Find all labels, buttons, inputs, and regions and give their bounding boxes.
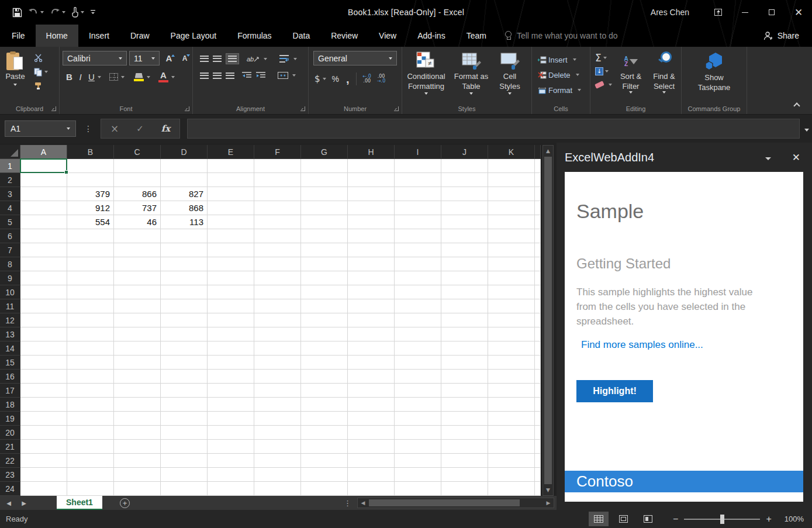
- cell-J24[interactable]: [441, 482, 488, 496]
- column-header-H[interactable]: H: [348, 145, 395, 159]
- orientation-button[interactable]: ab: [247, 56, 260, 63]
- cell-partial-13[interactable]: [535, 327, 541, 341]
- cell-G1[interactable]: [301, 159, 348, 173]
- cell-H20[interactable]: [348, 426, 395, 440]
- row-header-10[interactable]: 10: [0, 285, 20, 299]
- cell-D19[interactable]: [161, 412, 208, 426]
- accounting-format-button[interactable]: $: [315, 74, 320, 84]
- cell-C11[interactable]: [114, 299, 161, 313]
- cell-C20[interactable]: [114, 426, 161, 440]
- cell-G4[interactable]: [301, 201, 348, 215]
- cell-K20[interactable]: [488, 426, 535, 440]
- column-header-E[interactable]: E: [208, 145, 254, 159]
- select-all-corner[interactable]: [0, 145, 20, 159]
- save-icon[interactable]: [11, 6, 24, 19]
- row-header-24[interactable]: 24: [0, 482, 20, 496]
- maximize-button[interactable]: [758, 0, 785, 25]
- font-color-button[interactable]: A: [158, 71, 168, 82]
- accounting-format-dropdown[interactable]: [323, 78, 326, 80]
- cell-K9[interactable]: [488, 271, 535, 285]
- cell-A15[interactable]: [20, 356, 67, 370]
- row-header-8[interactable]: 8: [0, 257, 20, 271]
- cell-J7[interactable]: [441, 243, 488, 257]
- row-header-4[interactable]: 4: [0, 201, 20, 215]
- cell-J8[interactable]: [441, 257, 488, 271]
- cell-I3[interactable]: [395, 187, 441, 201]
- cell-C14[interactable]: [114, 341, 161, 356]
- cell-E7[interactable]: [208, 243, 254, 257]
- tab-formulas[interactable]: Formulas: [227, 25, 282, 47]
- underline-button[interactable]: U: [87, 72, 96, 82]
- horizontal-scrollbar[interactable]: ◀ ▶: [357, 498, 554, 508]
- cell-H18[interactable]: [348, 398, 395, 412]
- cell-G12[interactable]: [301, 313, 348, 327]
- cell-H22[interactable]: [348, 454, 395, 468]
- column-header-J[interactable]: J: [441, 145, 488, 159]
- cell-partial-3[interactable]: [535, 187, 541, 201]
- insert-cells-button[interactable]: Insert: [538, 54, 590, 65]
- format-painter-button[interactable]: [34, 80, 48, 92]
- cell-J19[interactable]: [441, 412, 488, 426]
- row-header-9[interactable]: 9: [0, 271, 20, 285]
- cell-G20[interactable]: [301, 426, 348, 440]
- cell-A8[interactable]: [20, 257, 67, 271]
- cell-C23[interactable]: [114, 468, 161, 482]
- cell-A4[interactable]: [20, 201, 67, 215]
- cell-E9[interactable]: [208, 271, 254, 285]
- cell-K2[interactable]: [488, 173, 535, 187]
- copy-button[interactable]: [34, 66, 48, 78]
- cell-I11[interactable]: [395, 299, 441, 313]
- merge-center-dropdown[interactable]: [292, 74, 296, 77]
- cell-I21[interactable]: [395, 440, 441, 454]
- cell-B9[interactable]: [67, 271, 114, 285]
- cell-H7[interactable]: [348, 243, 395, 257]
- row-header-11[interactable]: 11: [0, 299, 20, 313]
- cell-B17[interactable]: [67, 384, 114, 398]
- cell-E1[interactable]: [208, 159, 254, 173]
- cell-K5[interactable]: [488, 215, 535, 229]
- cell-E10[interactable]: [208, 285, 254, 299]
- cell-C24[interactable]: [114, 482, 161, 496]
- cell-G16[interactable]: [301, 370, 348, 384]
- cell-D16[interactable]: [161, 370, 208, 384]
- cell-partial-6[interactable]: [535, 229, 541, 243]
- cell-J13[interactable]: [441, 327, 488, 341]
- cell-D8[interactable]: [161, 257, 208, 271]
- cell-A23[interactable]: [20, 468, 67, 482]
- zoom-in-button[interactable]: +: [760, 514, 777, 524]
- cut-button[interactable]: [34, 52, 48, 64]
- cell-D22[interactable]: [161, 454, 208, 468]
- redo-button[interactable]: [48, 7, 67, 18]
- cell-K17[interactable]: [488, 384, 535, 398]
- autosum-button[interactable]: Σ: [595, 52, 612, 64]
- row-header-18[interactable]: 18: [0, 398, 20, 412]
- close-button[interactable]: ✕: [785, 0, 812, 25]
- cell-F16[interactable]: [254, 370, 301, 384]
- cell-D5[interactable]: 113: [161, 215, 208, 229]
- cell-A11[interactable]: [20, 299, 67, 313]
- cell-B14[interactable]: [67, 341, 114, 356]
- cell-C6[interactable]: [114, 229, 161, 243]
- cell-J23[interactable]: [441, 468, 488, 482]
- customize-qat-button[interactable]: [88, 8, 98, 17]
- zoom-out-button[interactable]: −: [667, 514, 684, 524]
- cell-J14[interactable]: [441, 341, 488, 356]
- cell-F8[interactable]: [254, 257, 301, 271]
- user-name[interactable]: Ares Chen: [651, 8, 689, 17]
- zoom-level[interactable]: 100%: [785, 515, 804, 523]
- find-samples-link[interactable]: Find more samples online...: [581, 339, 792, 351]
- tab-review[interactable]: Review: [320, 25, 368, 47]
- collapse-ribbon-button[interactable]: [793, 102, 800, 109]
- paste-button[interactable]: Paste: [0, 50, 30, 114]
- cell-J2[interactable]: [441, 173, 488, 187]
- cell-partial-1[interactable]: [535, 159, 541, 173]
- cell-I7[interactable]: [395, 243, 441, 257]
- cell-partial-8[interactable]: [535, 257, 541, 271]
- cell-B13[interactable]: [67, 327, 114, 341]
- cell-B6[interactable]: [67, 229, 114, 243]
- cell-K13[interactable]: [488, 327, 535, 341]
- cell-J11[interactable]: [441, 299, 488, 313]
- cell-A16[interactable]: [20, 370, 67, 384]
- fill-color-dropdown[interactable]: [147, 76, 150, 78]
- cell-E21[interactable]: [208, 440, 254, 454]
